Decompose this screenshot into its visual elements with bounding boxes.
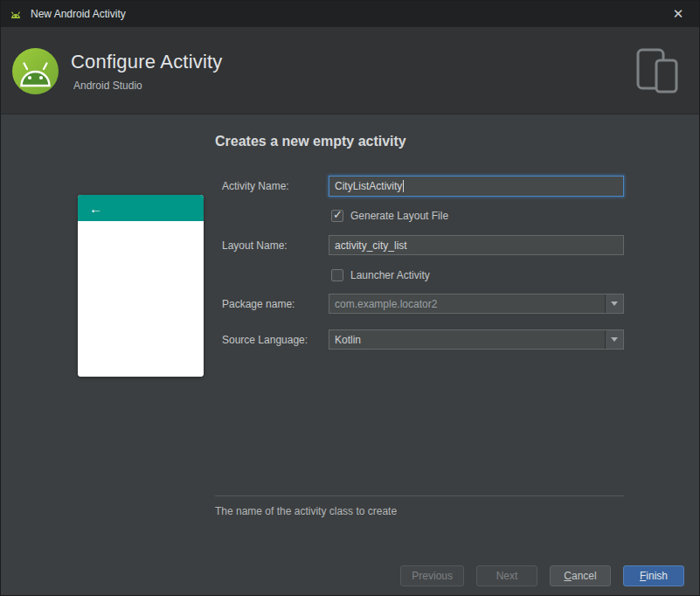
window-title: New Android Activity [31, 8, 126, 20]
cancel-button[interactable]: Cancel [550, 565, 611, 586]
package-name-label: Package name: [222, 298, 295, 310]
source-language-dropdown-button[interactable] [605, 330, 623, 349]
dropdown-arrow-icon [611, 337, 618, 342]
finish-label-rest: inish [646, 570, 668, 582]
finish-mnemonic: F [640, 570, 646, 582]
wizard-title: Configure Activity [71, 51, 223, 73]
source-language-value: Kotlin [329, 334, 605, 346]
checkmark-icon: ✓ [333, 208, 343, 222]
preview-appbar: ← [78, 195, 204, 221]
generate-layout-checkbox-row[interactable]: ✓ Generate Layout File [331, 210, 448, 222]
back-arrow-icon: ← [89, 202, 102, 215]
wizard-header: Configure Activity Android Studio [1, 27, 699, 114]
title-bar: New Android Activity ✕ [1, 1, 699, 27]
activity-name-input[interactable]: CityListActivity [329, 176, 624, 197]
launcher-label: Launcher Activity [350, 269, 430, 281]
launcher-checkbox[interactable] [331, 269, 343, 281]
android-studio-logo [12, 48, 59, 94]
package-name-combobox[interactable]: com.example.locator2 [329, 294, 624, 314]
launcher-checkbox-row[interactable]: Launcher Activity [331, 269, 430, 281]
layout-name-value: activity_city_list [335, 239, 407, 252]
layout-name-label: Layout Name: [222, 239, 288, 252]
generate-layout-label: Generate Layout File [350, 210, 448, 222]
wizard-subtitle: Android Studio [73, 80, 142, 92]
field-help-text: The name of the activity class to create [215, 505, 397, 517]
finish-button[interactable]: Finish [623, 565, 684, 586]
source-language-combobox[interactable]: Kotlin [329, 329, 624, 350]
package-name-value: com.example.locator2 [329, 298, 605, 310]
help-separator [215, 496, 624, 496]
wizard-content: Creates a new empty activity ← Activity … [1, 115, 699, 557]
dropdown-arrow-icon [611, 301, 618, 306]
layout-name-input[interactable]: activity_city_list [329, 235, 624, 255]
next-button[interactable]: Next [476, 565, 537, 586]
package-dropdown-button[interactable] [605, 295, 623, 313]
new-android-activity-dialog: New Android Activity ✕ Configure Activit… [0, 0, 700, 596]
preview-body [78, 221, 204, 377]
previous-button[interactable]: Previous [400, 565, 464, 586]
step-heading: Creates a new empty activity [215, 134, 406, 149]
phone-tablet-icon [635, 48, 679, 94]
cancel-label-rest: ancel [572, 570, 597, 582]
source-language-label: Source Language: [222, 334, 308, 346]
close-icon[interactable]: ✕ [666, 1, 690, 27]
activity-name-value: CityListActivity [335, 180, 402, 192]
text-cursor [403, 180, 404, 192]
generate-layout-checkbox[interactable]: ✓ [331, 210, 343, 222]
button-bar: Previous Next Cancel Finish [1, 557, 699, 595]
activity-name-label: Activity Name: [222, 180, 289, 192]
android-icon [9, 7, 23, 21]
activity-preview: ← [78, 195, 204, 377]
cancel-mnemonic: C [564, 570, 572, 582]
